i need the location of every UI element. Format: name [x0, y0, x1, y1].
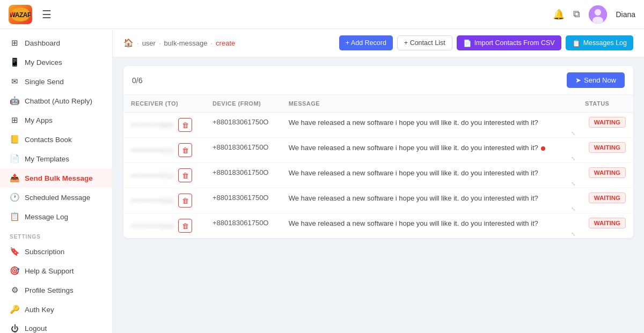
col-receiver: RECEIVER (TO): [123, 95, 205, 113]
delete-button-3[interactable]: 🗑: [178, 194, 192, 208]
nav-icon-my-devices: 📱: [10, 57, 19, 67]
nav-icon-profile-settings: ⚙: [10, 285, 19, 295]
sidebar-item-contacts-book[interactable]: 📒 Contacts Book: [0, 130, 112, 149]
device-cell-0: +880183061750O: [205, 113, 281, 138]
resize-handle-2[interactable]: ⤡: [571, 181, 575, 187]
record-counter: 0/6: [132, 76, 142, 85]
sidebar-item-my-templates[interactable]: 📄 My Templates: [0, 149, 112, 168]
nav-icon-contacts-book: 📒: [10, 135, 19, 144]
breadcrumb: 🏠 · user · bulk-message · create: [123, 38, 235, 48]
message-cell-1: We have released a new software i hope y…: [281, 138, 577, 163]
add-record-button[interactable]: + Add Record: [339, 35, 393, 50]
resize-handle-4[interactable]: ⤡: [571, 231, 575, 237]
logo-icon: WAZAP: [9, 5, 32, 24]
sidebar-item-dashboard[interactable]: ⊞ Dashboard: [0, 33, 112, 53]
send-now-button[interactable]: ➤ Send Now: [567, 72, 625, 88]
records-table: RECEIVER (TO) DEVICE (FROM) MESSAGE STAT…: [123, 95, 633, 238]
table-row: ••••••••••544 🗑 +880183061750O We have r…: [123, 213, 633, 239]
receiver-phone-1: ••••••••••511: [131, 146, 174, 154]
message-cell-2: We have released a new software i hope y…: [281, 163, 577, 188]
receiver-cell-0: ••••••••••500 🗑: [123, 113, 205, 138]
sidebar-item-message-log[interactable]: 📋 Message Log: [0, 207, 112, 226]
nav-label-my-templates: My Templates: [25, 155, 69, 163]
sidebar-item-help-support[interactable]: 🎯 Help & Support: [0, 261, 112, 280]
content-area: 0/6 ➤ Send Now RECEIVER (TO) DEVICE (FRO…: [113, 57, 644, 247]
status-cell-1: WAITING: [577, 138, 633, 163]
nav-label-my-apps: My Apps: [25, 116, 53, 124]
sidebar-item-auth-key[interactable]: 🔑 Auth Key: [0, 300, 112, 319]
sidebar-item-subscription[interactable]: 🔖 Subscription: [0, 242, 112, 261]
import-contacts-button[interactable]: 📄 Import Contacts From CSV: [457, 35, 561, 50]
status-cell-2: WAITING: [577, 163, 633, 188]
messages-log-button[interactable]: 📋 Messages Log: [566, 35, 633, 50]
nav-label-message-log: Message Log: [25, 213, 68, 221]
nav-label-subscription: Subscription: [25, 248, 64, 256]
sidebar-item-single-send[interactable]: ✉ Single Send: [0, 72, 112, 91]
nav-icon-auth-key: 🔑: [10, 305, 19, 314]
status-cell-4: WAITING: [577, 213, 633, 239]
breadcrumb-home-icon[interactable]: 🏠: [123, 38, 134, 48]
message-cell-0: We have released a new software i hope y…: [281, 113, 577, 138]
nav-label-help-support: Help & Support: [25, 267, 74, 275]
notification-icon[interactable]: 🔔: [553, 9, 565, 20]
device-cell-2: +880183061750O: [205, 163, 281, 188]
sidebar-item-my-devices[interactable]: 📱 My Devices: [0, 53, 112, 72]
sidebar-item-logout[interactable]: ⏻ Logout: [0, 319, 112, 333]
delete-button-1[interactable]: 🗑: [178, 143, 192, 157]
sidebar-item-chatbot[interactable]: 🤖 Chatbot (Auto Reply): [0, 91, 112, 110]
nav-icon-help-support: 🎯: [10, 266, 19, 276]
logo: WAZAP: [9, 5, 32, 24]
device-cell-1: +880183061750O: [205, 138, 281, 163]
breadcrumb-user[interactable]: user: [142, 39, 156, 47]
delete-button-2[interactable]: 🗑: [178, 168, 192, 182]
sidebar-item-scheduled-message[interactable]: 🕐 Scheduled Message: [0, 188, 112, 207]
status-cell-0: WAITING: [577, 113, 633, 138]
nav-icon-chatbot: 🤖: [10, 96, 19, 106]
hamburger-icon[interactable]: ☰: [42, 8, 52, 21]
nav-icon-logout: ⏻: [10, 324, 19, 333]
receiver-phone-0: ••••••••••500: [131, 121, 174, 129]
nav-label-send-bulk-message: Send Bulk Message: [25, 174, 93, 182]
contact-list-button[interactable]: + Contact List: [397, 35, 452, 50]
settings-section-label: SETTINGS: [0, 226, 112, 242]
avatar[interactable]: [589, 5, 607, 24]
breadcrumb-bulk-message[interactable]: bulk-message: [164, 39, 208, 47]
message-cell-4: We have released a new software i hope y…: [281, 213, 577, 239]
col-status: STATUS: [577, 95, 633, 113]
nav-label-logout: Logout: [25, 324, 47, 332]
col-device: DEVICE (FROM): [205, 95, 281, 113]
svg-point-4: [595, 9, 601, 16]
delete-button-4[interactable]: 🗑: [178, 219, 192, 233]
nav-icon-dashboard: ⊞: [10, 38, 19, 48]
nav-icon-message-log: 📋: [10, 212, 19, 221]
sidebar-item-send-bulk-message[interactable]: 📤 Send Bulk Message: [0, 168, 112, 188]
resize-handle-3[interactable]: ⤡: [571, 206, 575, 212]
import-icon: 📄: [463, 39, 472, 47]
sidebar-item-my-apps[interactable]: ⊞ My Apps: [0, 110, 112, 130]
topnav-right: 🔔 ⧉ Diana: [553, 5, 635, 24]
nav-label-profile-settings: Profile Settings: [25, 286, 74, 294]
receiver-cell-4: ••••••••••544 🗑: [123, 213, 205, 239]
nav-icon-scheduled-message: 🕐: [10, 193, 19, 202]
receiver-phone-4: ••••••••••544: [131, 222, 174, 230]
nav-label-my-devices: My Devices: [25, 58, 62, 66]
topnav: WAZAP ☰ 🔔 ⧉ Diana: [0, 0, 644, 29]
table-row: ••••••••••512 🗑 +880183061750O We have r…: [123, 163, 633, 188]
delete-button-0[interactable]: 🗑: [178, 118, 192, 132]
log-icon: 📋: [572, 39, 581, 47]
card-topbar: 0/6 ➤ Send Now: [123, 66, 633, 95]
nav-label-dashboard: Dashboard: [25, 39, 60, 47]
status-badge-0: WAITING: [589, 117, 626, 128]
sidebar-item-profile-settings[interactable]: ⚙ Profile Settings: [0, 280, 112, 300]
main-content: 🏠 · user · bulk-message · create + Add R…: [113, 29, 644, 333]
copy-icon[interactable]: ⧉: [573, 9, 580, 20]
nav-label-contacts-book: Contacts Book: [25, 136, 72, 144]
nav-icon-subscription: 🔖: [10, 247, 19, 256]
resize-handle-1[interactable]: ⤡: [571, 156, 575, 161]
status-cell-3: WAITING: [577, 188, 633, 213]
svg-text:WAZAP: WAZAP: [10, 11, 31, 19]
col-message: MESSAGE: [281, 95, 577, 113]
msg-dot-1: [541, 146, 545, 151]
nav-label-scheduled-message: Scheduled Message: [25, 194, 90, 202]
resize-handle-0[interactable]: ⤡: [571, 130, 575, 136]
